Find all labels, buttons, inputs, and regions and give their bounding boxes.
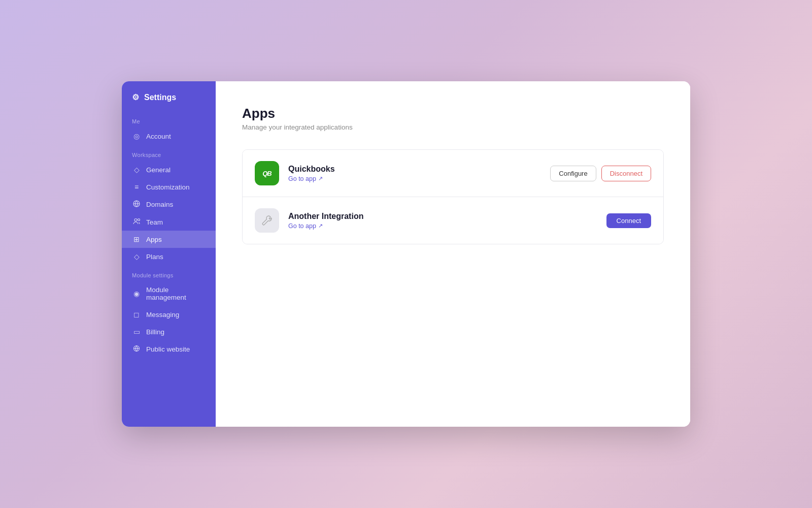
page-title: Apps <box>242 106 664 121</box>
section-label-me: Me <box>122 111 216 128</box>
sidebar-item-label: Domains <box>146 201 173 208</box>
domains-icon <box>132 200 141 209</box>
configure-button[interactable]: Configure <box>550 166 596 181</box>
section-label-workspace: Workspace <box>122 145 216 161</box>
settings-icon: ⚙ <box>132 92 139 102</box>
integration-item-quickbooks: QB Quickbooks Go to app ↗ Configure Disc… <box>243 150 663 197</box>
disconnect-button[interactable]: Disconnect <box>601 166 651 181</box>
quickbooks-name: Quickbooks <box>288 165 541 174</box>
sidebar-item-customization[interactable]: ≡ Customization <box>122 178 216 196</box>
account-icon: ◎ <box>132 132 141 140</box>
sidebar-item-general[interactable]: ◇ General <box>122 161 216 178</box>
sidebar-item-label: Plans <box>146 253 163 261</box>
quickbooks-logo-text: QB <box>262 170 272 177</box>
public-website-icon <box>132 345 141 354</box>
sidebar-item-label: General <box>146 166 171 174</box>
sidebar-header: ⚙ Settings <box>122 81 216 111</box>
sidebar-item-label: Billing <box>146 328 164 336</box>
sidebar-item-account[interactable]: ◎ Account <box>122 128 216 145</box>
sidebar-item-label: Public website <box>146 345 190 353</box>
quickbooks-info: Quickbooks Go to app ↗ <box>288 165 541 182</box>
sidebar-item-label: Account <box>146 133 171 140</box>
page-subtitle: Manage your integrated applications <box>242 123 664 131</box>
section-label-module-settings: Module settings <box>122 265 216 281</box>
settings-title: Settings <box>144 93 176 102</box>
plans-icon: ◇ <box>132 252 141 261</box>
sidebar-item-label: Team <box>146 218 163 226</box>
svg-point-1 <box>134 219 137 221</box>
sidebar-item-domains[interactable]: Domains <box>122 196 216 213</box>
sidebar-item-messaging[interactable]: ◻ Messaging <box>122 306 216 323</box>
sidebar-item-label: Messaging <box>146 311 179 319</box>
general-icon: ◇ <box>132 166 141 174</box>
sidebar-item-apps[interactable]: ⊞ Apps <box>122 231 216 248</box>
integration-item-another: Another Integration Go to app ↗ Connect <box>243 197 663 244</box>
team-icon <box>132 218 141 226</box>
wrench-icon <box>261 215 273 226</box>
integration-list: QB Quickbooks Go to app ↗ Configure Disc… <box>242 149 664 244</box>
apps-icon: ⊞ <box>132 235 141 243</box>
quickbooks-go-to-app[interactable]: Go to app ↗ <box>288 175 541 182</box>
sidebar-item-module-management[interactable]: ◉ Module management <box>122 281 216 306</box>
quickbooks-actions: Configure Disconnect <box>550 166 651 181</box>
another-integration-actions: Connect <box>606 213 651 228</box>
sidebar-item-public-website[interactable]: Public website <box>122 340 216 358</box>
sidebar-item-plans[interactable]: ◇ Plans <box>122 248 216 265</box>
main-content: Apps Manage your integrated applications… <box>216 81 690 427</box>
sidebar-item-label: Apps <box>146 236 162 243</box>
external-link-icon: ↗ <box>318 175 323 182</box>
another-go-to-app[interactable]: Go to app ↗ <box>288 223 597 230</box>
another-integration-info: Another Integration Go to app ↗ <box>288 212 597 230</box>
external-link-icon: ↗ <box>318 223 323 229</box>
go-to-app-label: Go to app <box>288 223 316 230</box>
sidebar-item-team[interactable]: Team <box>122 213 216 231</box>
svg-point-2 <box>138 219 140 221</box>
sidebar-item-label: Module management <box>146 286 206 301</box>
settings-window: ⚙ Settings Me ◎ Account Workspace ◇ Gene… <box>122 81 690 427</box>
messaging-icon: ◻ <box>132 310 141 319</box>
customization-icon: ≡ <box>132 183 141 191</box>
sidebar: ⚙ Settings Me ◎ Account Workspace ◇ Gene… <box>122 81 216 427</box>
another-integration-name: Another Integration <box>288 212 597 221</box>
module-management-icon: ◉ <box>132 290 141 298</box>
connect-button[interactable]: Connect <box>606 213 651 228</box>
quickbooks-logo: QB <box>255 161 279 185</box>
go-to-app-label: Go to app <box>288 175 316 182</box>
another-integration-logo <box>255 208 279 233</box>
sidebar-item-label: Customization <box>146 183 190 191</box>
billing-icon: ▭ <box>132 328 141 336</box>
sidebar-item-billing[interactable]: ▭ Billing <box>122 323 216 340</box>
